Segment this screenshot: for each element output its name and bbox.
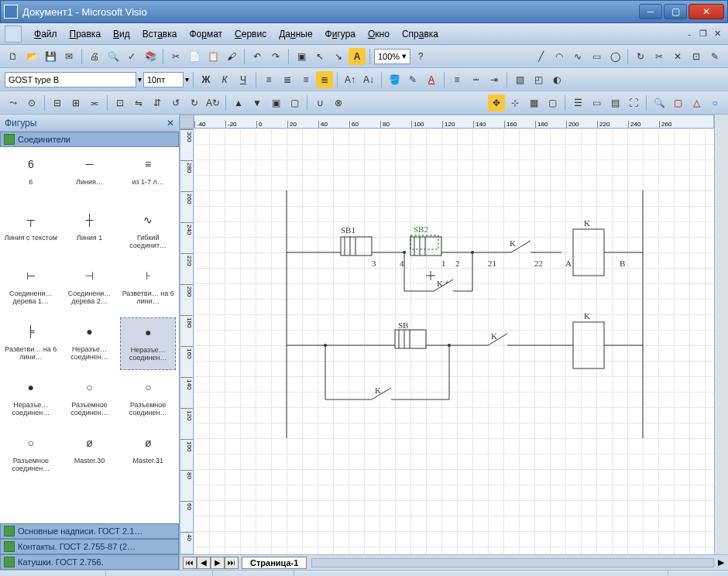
font-name-combo[interactable] xyxy=(5,72,136,87)
rotate-left[interactable]: ↺ xyxy=(167,94,184,111)
fill-color-button[interactable]: 🪣 xyxy=(386,71,403,88)
layout-shapes[interactable]: ⊡ xyxy=(112,94,129,111)
maximize-button[interactable]: ▢ xyxy=(664,4,687,19)
zoom-combo[interactable]: 100% ▾ xyxy=(374,49,410,64)
stencil-shape[interactable]: ⊣Соединени… дерева 2… xyxy=(62,262,118,314)
stencil-shape[interactable]: ─Линия… xyxy=(62,150,118,203)
stencil-shape[interactable]: øMaster.30 xyxy=(62,429,118,482)
freeform-tool[interactable]: ∿ xyxy=(569,48,586,65)
open-button[interactable]: 📂 xyxy=(23,48,40,65)
minimize-button[interactable]: ─ xyxy=(639,4,662,19)
connect-shapes[interactable]: ⫘ xyxy=(86,94,103,111)
shape-blue[interactable]: ○ xyxy=(706,94,723,111)
stencil-shape[interactable]: ●Неразъе… соединен… xyxy=(62,317,118,370)
drawing-canvas[interactable]: SB1 34 SB2 12 21 K xyxy=(194,129,714,554)
crop-tool[interactable]: ✂ xyxy=(651,48,668,65)
line-weight-button[interactable]: ≡ xyxy=(448,71,465,88)
scroll-up[interactable] xyxy=(714,115,728,129)
format-painter-button[interactable]: 🖌 xyxy=(223,48,240,65)
line-pattern-button[interactable]: ┉ xyxy=(467,71,484,88)
mdi-restore[interactable]: ❐ xyxy=(697,28,709,40)
visio-icon[interactable] xyxy=(5,26,22,43)
underline-button[interactable]: Ч xyxy=(235,71,252,88)
stencil-shape[interactable]: ○Разъемное соединен… xyxy=(3,429,59,482)
cut-button[interactable]: ✂ xyxy=(167,48,184,65)
dynamic-grid[interactable]: ▦ xyxy=(525,94,542,111)
line-ends-button[interactable]: ⇥ xyxy=(486,71,503,88)
pointer-tool-button[interactable]: ↖ xyxy=(311,48,328,65)
print-button[interactable]: 🖨 xyxy=(86,48,103,65)
transparency-button[interactable]: ◐ xyxy=(548,71,565,88)
shadow-button[interactable]: ▧ xyxy=(511,71,528,88)
ruler-toggle[interactable]: ▢ xyxy=(544,94,561,111)
align-center-button[interactable]: ≣ xyxy=(279,71,296,88)
tab-prev[interactable]: ◀ xyxy=(197,557,211,569)
mdi-minimize[interactable]: - xyxy=(683,28,695,40)
stencil-header[interactable]: Катушки. ГОСТ 2.756. xyxy=(0,554,179,570)
menu-data[interactable]: Данные xyxy=(273,26,318,43)
snap-toggle[interactable]: ⊹ xyxy=(507,94,524,111)
stencil-shape[interactable]: ○Разъемное соединен… xyxy=(62,373,118,426)
full-screen[interactable]: ⛶ xyxy=(625,94,642,111)
shape-warn[interactable]: △ xyxy=(688,94,705,111)
text-tool-button[interactable]: A xyxy=(349,48,366,65)
stencil-header[interactable]: Контакты. ГОСТ 2.755-87 (2… xyxy=(0,539,179,554)
tab-next[interactable]: ▶ xyxy=(211,557,225,569)
rotate-text[interactable]: A↻ xyxy=(204,94,221,111)
redo-button[interactable]: ↷ xyxy=(267,48,284,65)
explorer[interactable]: ▤ xyxy=(606,94,623,111)
pan-zoom[interactable]: ✥ xyxy=(488,94,505,111)
line-tool[interactable]: ╱ xyxy=(532,48,549,65)
menu-tools[interactable]: Сервис xyxy=(228,26,273,43)
spellcheck-button[interactable]: ✓ xyxy=(123,48,140,65)
bold-button[interactable]: Ж xyxy=(197,71,215,88)
ellipse-tool[interactable]: ◯ xyxy=(606,48,623,65)
undo-button[interactable]: ↶ xyxy=(249,48,266,65)
flip-v[interactable]: ⇵ xyxy=(149,94,166,111)
menu-window[interactable]: Окно xyxy=(362,26,396,43)
copy-button[interactable]: 📄 xyxy=(186,48,203,65)
italic-button[interactable]: К xyxy=(216,71,233,88)
ruler-vertical[interactable]: 300280260240220200180160140120100806040 xyxy=(180,129,194,554)
stencil-shape[interactable]: ⊦Разветви… на 6 лини… xyxy=(120,262,176,314)
shape-red[interactable]: ▢ xyxy=(669,94,686,111)
horizontal-scrollbar[interactable] xyxy=(311,558,714,567)
align-right-button[interactable]: ≡ xyxy=(297,71,314,88)
mail-button[interactable]: ✉ xyxy=(60,48,77,65)
stencil-shape[interactable]: ●Неразъе… соединен… xyxy=(3,373,59,426)
rotate-tool[interactable]: ↻ xyxy=(632,48,649,65)
align-left-button[interactable]: ≡ xyxy=(260,71,277,88)
rotate-right[interactable]: ↻ xyxy=(186,94,203,111)
fragment[interactable]: ⊗ xyxy=(330,94,347,111)
new-button[interactable]: 🗋 xyxy=(5,48,22,65)
stamp-tool[interactable]: ⊡ xyxy=(688,48,705,65)
stencil-shape[interactable]: ┬Линия с текстом xyxy=(3,206,59,259)
print-preview-button[interactable]: 🔍 xyxy=(105,48,122,65)
mdi-close[interactable]: ✕ xyxy=(711,28,723,40)
connect-auto[interactable]: ⤳ xyxy=(5,94,22,111)
shapes-window-button[interactable]: ▣ xyxy=(293,48,310,65)
stencil-shape[interactable]: ╞Разветви… на 6 лини… xyxy=(3,317,59,370)
connector-tool-button[interactable]: ↘ xyxy=(330,48,347,65)
menu-insert[interactable]: Вставка xyxy=(136,26,184,43)
stencil-shape[interactable]: 66 xyxy=(3,150,59,203)
bring-front[interactable]: ▲ xyxy=(230,94,247,111)
font-color-button[interactable]: A xyxy=(423,71,440,88)
menu-format[interactable]: Формат xyxy=(183,26,228,43)
stencil-shape[interactable]: øMaster.31 xyxy=(120,429,176,482)
scroll-right[interactable]: ▶ xyxy=(714,557,728,567)
corners-button[interactable]: ◰ xyxy=(530,71,547,88)
line-color-button[interactable]: ✎ xyxy=(404,71,421,88)
font-size-down[interactable]: A↓ xyxy=(360,71,377,88)
stencil-shape[interactable]: ≡из 1-7 л… xyxy=(120,150,176,203)
stencil-shape[interactable]: ○Разъемное соединен… xyxy=(120,373,176,426)
stencil-header[interactable]: Основные надписи. ГОСТ 2.1… xyxy=(0,523,179,539)
size-pos[interactable]: ▭ xyxy=(588,94,605,111)
menu-file[interactable]: Файл xyxy=(28,26,64,43)
research-button[interactable]: 📚 xyxy=(142,48,159,65)
menu-shape[interactable]: Фигура xyxy=(319,26,362,43)
help-button[interactable]: ? xyxy=(412,48,429,65)
flip-h[interactable]: ⇋ xyxy=(130,94,147,111)
align-justify-button[interactable]: ≣ xyxy=(316,71,333,88)
page-tab-1[interactable]: Страница-1 xyxy=(242,557,307,569)
